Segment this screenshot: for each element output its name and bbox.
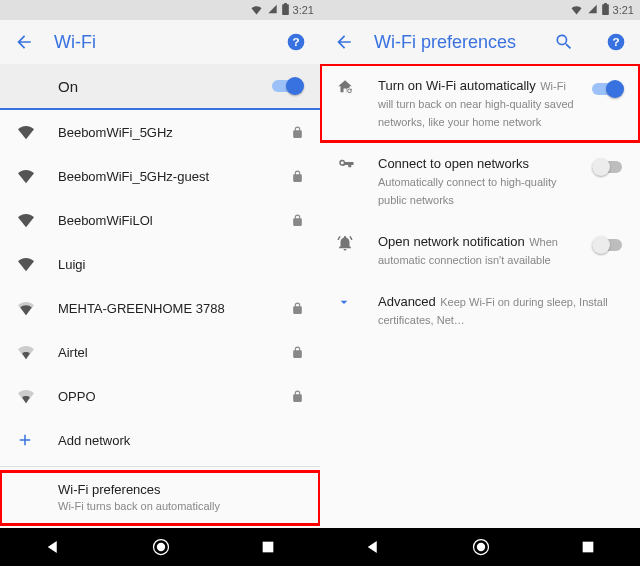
wifi-preferences-screen: 3:21 Wi-Fi preferences ? Turn on Wi-Fi a… [320, 0, 640, 566]
wifi-signal-icon [16, 300, 36, 316]
lock-icon [291, 346, 304, 359]
lock-icon [291, 214, 304, 227]
network-row[interactable]: BeebomWiFi_5GHz-guest [0, 154, 320, 198]
nav-home-icon[interactable] [151, 537, 171, 557]
bell-icon [336, 234, 354, 252]
pref-title: Wi-Fi preferences [58, 482, 304, 497]
content-area: On BeebomWiFi_5GHz BeebomWiFi_5GHz-guest… [0, 64, 320, 528]
clock-text: 3:21 [613, 4, 634, 16]
wifi-signal-icon [16, 256, 36, 272]
svg-point-9 [477, 543, 485, 551]
nav-back-icon[interactable] [44, 538, 62, 556]
network-row[interactable]: BeebomWiFiLOl [0, 198, 320, 242]
home-refresh-icon [336, 78, 354, 96]
svg-text:?: ? [292, 35, 299, 48]
item-title: Open network notification [378, 234, 525, 249]
nav-back-icon[interactable] [364, 538, 382, 556]
nav-home-icon[interactable] [471, 537, 491, 557]
back-icon[interactable] [14, 32, 34, 52]
key-icon [336, 156, 356, 174]
wifi-signal-icon [16, 388, 36, 404]
network-row[interactable]: OPPO [0, 374, 320, 418]
lock-icon [291, 126, 304, 139]
wifi-master-switch-row[interactable]: On [0, 64, 320, 110]
help-icon[interactable]: ? [286, 32, 306, 52]
lock-icon [291, 302, 304, 315]
svg-rect-4 [262, 542, 273, 553]
auto-wifi-switch[interactable] [590, 80, 624, 98]
add-network-row[interactable]: Add network [0, 418, 320, 462]
item-title: Turn on Wi-Fi automatically [378, 78, 536, 93]
plus-icon [16, 431, 34, 449]
nav-bar [0, 528, 320, 566]
add-network-label: Add network [58, 433, 304, 448]
wifi-signal-icon [16, 124, 36, 140]
wifi-settings-screen: 3:21 Wi-Fi ? On BeebomWiFi_5GHz BeebomWi… [0, 0, 320, 566]
nav-recent-icon[interactable] [260, 539, 276, 555]
item-title: Connect to open networks [378, 156, 529, 171]
wifi-master-switch[interactable] [270, 77, 304, 95]
nav-bar [320, 528, 640, 566]
clock-text: 3:21 [293, 4, 314, 16]
page-title: Wi-Fi [54, 32, 266, 53]
help-icon[interactable]: ? [606, 32, 626, 52]
battery-icon [602, 3, 609, 17]
svg-point-3 [157, 543, 165, 551]
signal-icon [267, 4, 278, 16]
network-row[interactable]: Luigi [0, 242, 320, 286]
wifi-signal-icon [16, 168, 36, 184]
network-name: BeebomWiFi_5GHz [58, 125, 268, 140]
network-name: Airtel [58, 345, 268, 360]
divider [0, 466, 320, 467]
advanced-row[interactable]: Advanced Keep Wi-Fi on during sleep, Ins… [320, 280, 640, 340]
search-icon[interactable] [554, 32, 574, 52]
network-name: BeebomWiFi_5GHz-guest [58, 169, 268, 184]
wifi-status-icon [250, 5, 263, 15]
chevron-down-icon [336, 294, 352, 310]
open-notification-row[interactable]: Open network notification When automatic… [320, 220, 640, 280]
battery-icon [282, 3, 289, 17]
network-row[interactable]: Airtel [0, 330, 320, 374]
content-area: Turn on Wi-Fi automatically Wi-Fi will t… [320, 64, 640, 528]
open-networks-row[interactable]: Connect to open networks Automatically c… [320, 142, 640, 220]
app-bar: Wi-Fi ? [0, 20, 320, 64]
network-name: MEHTA-GREENHOME 3788 [58, 301, 268, 316]
pref-subtitle: Wi-Fi turns back on automatically [58, 499, 304, 513]
status-bar: 3:21 [0, 0, 320, 20]
network-name: Luigi [58, 257, 268, 272]
network-name: OPPO [58, 389, 268, 404]
wifi-master-label: On [58, 78, 270, 95]
wifi-status-icon [570, 5, 583, 15]
lock-icon [291, 170, 304, 183]
wifi-signal-icon [16, 212, 36, 228]
nav-recent-icon[interactable] [580, 539, 596, 555]
svg-text:?: ? [612, 35, 619, 48]
lock-icon [291, 390, 304, 403]
open-networks-switch[interactable] [590, 158, 624, 176]
back-icon[interactable] [334, 32, 354, 52]
app-bar: Wi-Fi preferences ? [320, 20, 640, 64]
network-row[interactable]: MEHTA-GREENHOME 3788 [0, 286, 320, 330]
svg-rect-10 [582, 542, 593, 553]
status-bar: 3:21 [320, 0, 640, 20]
network-row[interactable]: BeebomWiFi_5GHz [0, 110, 320, 154]
wifi-preferences-row[interactable]: Wi-Fi preferences Wi-Fi turns back on au… [0, 471, 320, 525]
item-subtitle: Automatically connect to high-quality pu… [378, 176, 557, 206]
signal-icon [587, 4, 598, 16]
item-title: Advanced [378, 294, 436, 309]
open-notification-switch[interactable] [590, 236, 624, 254]
network-name: BeebomWiFiLOl [58, 213, 268, 228]
page-title: Wi-Fi preferences [374, 32, 534, 53]
wifi-signal-icon [16, 344, 36, 360]
auto-wifi-row[interactable]: Turn on Wi-Fi automatically Wi-Fi will t… [320, 64, 640, 142]
